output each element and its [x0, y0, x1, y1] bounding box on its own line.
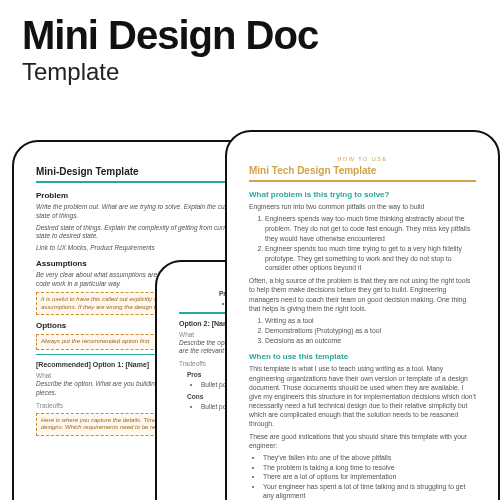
tool-3: Decisions as an outcome — [265, 336, 476, 346]
pitfall-1: Engineers spends way too much time think… — [265, 214, 476, 244]
template-card-howto: HOW TO USE Mini Tech Design Template Wha… — [225, 130, 500, 500]
problem-body2: Desired state of things. Explain the com… — [36, 224, 248, 242]
page-title: Mini Design Doc — [22, 14, 318, 56]
problem-body1: Write the problem out. What are we tryin… — [36, 203, 248, 221]
doc-title: Mini Tech Design Template — [249, 165, 476, 176]
page-subtitle: Template — [22, 58, 318, 86]
s1-intro: Engineers run into two common pitfalls o… — [249, 202, 476, 211]
page-header: Mini Design Doc Template — [22, 14, 318, 86]
section-heading-problem: Problem — [36, 191, 248, 200]
tool-2: Demonstrations (Prototyping) as a tool — [265, 326, 476, 336]
divider-teal — [36, 181, 248, 183]
indicator-3: There are a lot of options for implement… — [263, 472, 476, 482]
s2-body1: This template is what I use to teach usi… — [249, 364, 476, 428]
s2-body2: These are good indications that you shou… — [249, 432, 476, 450]
divider-amber — [249, 180, 476, 182]
howto-label: HOW TO USE — [249, 156, 476, 162]
s1-body: Often, a big source of the problem is th… — [249, 276, 476, 313]
doc-title: Mini-Design Template — [36, 166, 248, 177]
indicator-4: Your engineer has spent a lot of time ta… — [263, 482, 476, 500]
problem-link: Link to UX Mocks, Product Requirements — [36, 244, 248, 253]
pitfall-2: Engineer spends too much time trying to … — [265, 244, 476, 274]
tool-1: Writing as a tool — [265, 316, 476, 326]
section-heading-what-problem: What problem is this trying to solve? — [249, 190, 476, 199]
indicator-1: They've fallen into one of the above pit… — [263, 453, 476, 463]
section-heading-when: When to use this template — [249, 352, 476, 361]
indicator-2: The problem is taking a long time to res… — [263, 463, 476, 473]
